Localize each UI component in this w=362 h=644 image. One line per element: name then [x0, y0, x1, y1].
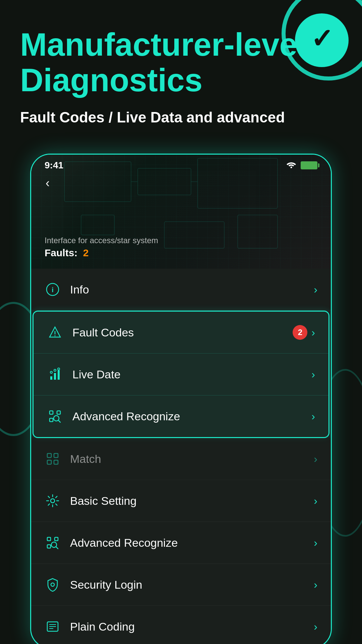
- menu-item-live-date[interactable]: Live Date ›: [34, 354, 328, 395]
- basic-setting-chevron-icon: ›: [314, 495, 317, 507]
- hero-text-area: Interface for access/star system Faults:…: [45, 236, 158, 259]
- plain-coding-label: Plain Coding: [70, 620, 135, 633]
- info-chevron-icon: ›: [314, 283, 317, 296]
- subtitle: Fault Codes / Live Data and advanced: [20, 108, 342, 127]
- menu-item-security-login[interactable]: Security Login ›: [31, 564, 331, 606]
- info-right: ›: [314, 283, 317, 296]
- interface-label: Interface for access/star system: [45, 236, 158, 245]
- live-date-label: Live Date: [72, 368, 121, 381]
- match-icon: [45, 451, 61, 467]
- fault-codes-icon: [47, 324, 63, 340]
- menu-item-fault-codes[interactable]: Fault Codes 2 ›: [34, 312, 328, 354]
- match-chevron-icon: ›: [314, 453, 317, 465]
- plain-coding-right: ›: [314, 621, 317, 633]
- advanced-recognize-2-label: Advanced Recognize: [70, 536, 178, 549]
- status-bar: 9:41: [31, 155, 331, 173]
- fault-codes-right: 2 ›: [293, 325, 315, 340]
- faults-display: Faults: 2: [45, 247, 158, 259]
- advanced-recognize-left: Advanced Recognize: [47, 408, 180, 424]
- menu-item-plain-coding[interactable]: Plain Coding ›: [31, 606, 331, 644]
- back-button[interactable]: ‹: [39, 175, 56, 192]
- battery-icon: [301, 161, 317, 169]
- fault-badge: 2: [293, 325, 307, 340]
- menu-item-info-left: i Info: [45, 281, 89, 298]
- svg-rect-20: [57, 411, 60, 414]
- svg-rect-24: [47, 453, 51, 458]
- advanced-recognize-2-left: Advanced Recognize: [45, 535, 178, 551]
- basic-setting-icon: [45, 493, 61, 509]
- phone-mockup: 9:41 ‹: [30, 154, 332, 644]
- svg-rect-21: [50, 418, 53, 422]
- basic-setting-right: ›: [314, 495, 317, 507]
- advanced-recognize-2-icon: [45, 535, 61, 551]
- svg-rect-7: [164, 222, 224, 248]
- svg-rect-13: [50, 376, 52, 380]
- faults-count: 2: [83, 247, 89, 258]
- live-date-chevron-icon: ›: [311, 368, 315, 381]
- security-login-chevron-icon: ›: [314, 579, 317, 591]
- svg-point-12: [55, 335, 56, 336]
- basic-setting-left: Basic Setting: [45, 493, 136, 509]
- svg-rect-8: [238, 215, 278, 248]
- fault-codes-chevron-icon: ›: [311, 326, 315, 339]
- info-icon: i: [45, 281, 61, 298]
- main-title: Manufacturer-level Diagnostics: [20, 27, 342, 98]
- wifi-icon: [286, 160, 297, 170]
- advanced-recognize-2-right: ›: [314, 537, 317, 549]
- svg-rect-27: [54, 460, 58, 464]
- security-login-icon: [45, 577, 61, 593]
- svg-rect-15: [58, 370, 60, 380]
- info-label: Info: [70, 283, 89, 296]
- status-icons: [286, 160, 317, 170]
- svg-rect-30: [55, 537, 58, 541]
- advanced-recognize-right: ›: [311, 410, 315, 423]
- back-icon: ‹: [46, 176, 50, 190]
- menu-item-basic-setting[interactable]: Basic Setting ›: [31, 480, 331, 522]
- svg-rect-14: [54, 373, 56, 380]
- fault-codes-label: Fault Codes: [72, 326, 134, 339]
- svg-rect-25: [54, 453, 58, 458]
- advanced-recognize-2-chevron-icon: ›: [314, 537, 317, 549]
- menu-item-match[interactable]: Match ›: [31, 438, 331, 480]
- svg-text:i: i: [52, 286, 54, 293]
- svg-point-28: [51, 499, 55, 503]
- advanced-recognize-icon: [47, 408, 63, 424]
- live-date-icon: [47, 366, 63, 382]
- security-login-label: Security Login: [70, 578, 142, 591]
- basic-setting-label: Basic Setting: [70, 494, 136, 507]
- plain-coding-icon: [45, 619, 61, 635]
- svg-rect-31: [47, 545, 51, 548]
- match-left: Match: [45, 451, 101, 467]
- plain-coding-left: Plain Coding: [45, 619, 135, 635]
- svg-rect-29: [47, 537, 51, 541]
- faults-label: Faults:: [45, 247, 77, 258]
- svg-point-0: [291, 167, 292, 168]
- security-login-left: Security Login: [45, 577, 142, 593]
- plain-coding-chevron-icon: ›: [314, 621, 317, 633]
- svg-rect-26: [47, 460, 51, 464]
- menu-list: i Info ›: [31, 269, 331, 644]
- live-date-right: ›: [311, 368, 315, 381]
- advanced-recognize-chevron-icon: ›: [311, 410, 315, 423]
- security-login-right: ›: [314, 579, 317, 591]
- highlighted-menu-group: Fault Codes 2 ›: [33, 311, 329, 438]
- svg-line-23: [58, 420, 60, 422]
- header: Manufacturer-level Diagnostics Fault Cod…: [0, 0, 362, 140]
- match-label: Match: [70, 452, 101, 466]
- svg-point-34: [51, 583, 54, 586]
- svg-rect-19: [50, 411, 53, 414]
- svg-point-16: [50, 371, 52, 373]
- fault-codes-left: Fault Codes: [47, 324, 134, 340]
- match-right: ›: [314, 453, 317, 465]
- live-date-left: Live Date: [47, 366, 121, 382]
- svg-rect-6: [81, 215, 114, 235]
- menu-item-info[interactable]: i Info ›: [31, 269, 331, 311]
- svg-line-33: [56, 547, 58, 549]
- svg-point-17: [54, 369, 56, 371]
- svg-point-18: [58, 368, 60, 370]
- advanced-recognize-label: Advanced Recognize: [72, 410, 180, 423]
- menu-item-advanced-recognize-2[interactable]: Advanced Recognize ›: [31, 522, 331, 564]
- menu-item-advanced-recognize[interactable]: Advanced Recognize ›: [34, 395, 328, 437]
- status-time: 9:41: [45, 160, 63, 171]
